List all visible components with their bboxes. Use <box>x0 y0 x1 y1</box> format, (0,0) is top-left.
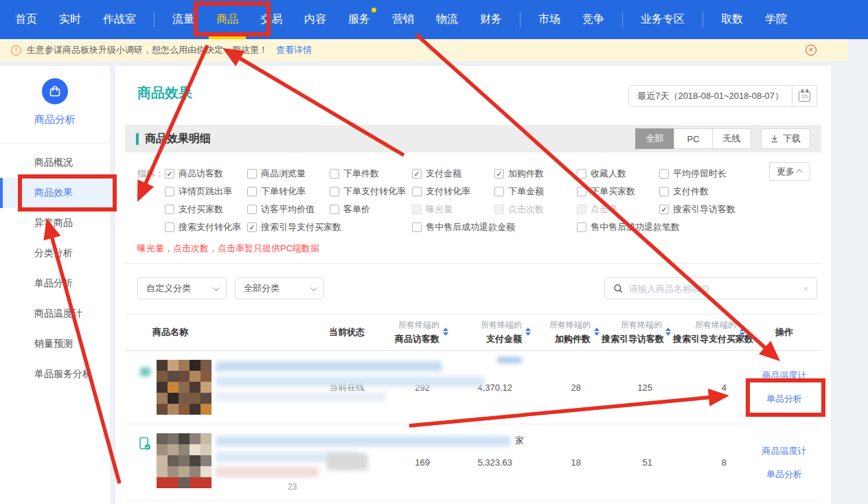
clear-search-icon[interactable]: × <box>803 284 808 294</box>
metric-checkbox[interactable]: ✓搜索引导访客数 <box>659 201 742 218</box>
sidebar-item[interactable]: 单品服务分析 <box>0 359 110 389</box>
sidebar-item[interactable]: 商品概况 <box>0 148 110 178</box>
nav-item[interactable]: 取数 <box>710 0 754 39</box>
column-header-metric[interactable]: 所有终端的加购件数 <box>533 319 602 345</box>
mosaic-cell <box>201 466 212 477</box>
sort-arrows-icon[interactable] <box>443 328 448 336</box>
metric-checkbox[interactable]: 客单价 <box>330 201 412 218</box>
mosaic-cell <box>201 382 212 393</box>
metric-checkbox[interactable]: 下单买家数 <box>577 183 659 201</box>
sidebar-item[interactable]: 商品温度计 <box>0 299 110 329</box>
nav-item[interactable]: 交易 <box>249 0 293 39</box>
sidebar-item[interactable]: 分类分析 <box>0 238 110 268</box>
sort-arrows-icon[interactable] <box>665 328 671 336</box>
metric-checkbox[interactable]: 平均停留时长 <box>659 165 742 183</box>
calendar-button[interactable]: 15 <box>792 85 817 107</box>
nav-item[interactable]: 流量 <box>161 0 205 39</box>
metric-checkbox[interactable]: 支付件数 <box>659 183 742 201</box>
download-button[interactable]: 下载 <box>761 128 810 149</box>
sidebar-item[interactable]: 异常商品 <box>0 208 110 238</box>
metric-checkbox[interactable]: 详情页跳出率 <box>165 183 247 201</box>
nav-item[interactable]: 营销 <box>381 0 425 39</box>
mosaic-cell <box>201 360 212 371</box>
product-cell[interactable] <box>137 351 317 424</box>
metric-checkbox-label: 下单金额 <box>508 185 544 198</box>
sort-arrows-icon[interactable] <box>740 328 745 336</box>
sort-arrows-icon[interactable] <box>594 328 599 336</box>
metric-checkbox[interactable]: 支付买家数 <box>165 201 247 218</box>
metric-checkbox[interactable]: ✓商品访客数 <box>165 165 247 183</box>
metric-checkbox[interactable]: 商品浏览量 <box>247 165 330 183</box>
metric-checkbox[interactable]: 下单支付转化率 <box>330 183 412 201</box>
nav-item[interactable]: 首页 <box>4 0 48 39</box>
nav-item-label: 取数 <box>721 12 743 27</box>
visible-number-fragment: 23 <box>288 482 524 492</box>
terminal-tab[interactable]: 全部 <box>635 128 674 149</box>
product-thermometer-link[interactable]: 商品温度计 <box>762 369 807 382</box>
mosaic-cell <box>201 477 212 488</box>
product-type-icon-wrap <box>137 437 152 450</box>
metric-checkbox[interactable]: ✓支付金额 <box>412 165 494 183</box>
more-button[interactable]: 更多 <box>769 162 810 181</box>
metric-checkbox[interactable]: 点击率 <box>577 201 659 218</box>
metric-checkbox[interactable]: 收藏人数 <box>577 165 659 183</box>
terminal-tab[interactable]: 无线 <box>712 128 751 149</box>
nav-item[interactable]: 竞争 <box>571 0 615 39</box>
sort-up-icon <box>740 328 745 331</box>
checkbox-icon <box>165 187 174 196</box>
metric-cell: 4 <box>673 382 747 393</box>
metric-checkbox[interactable]: 下单件数 <box>330 165 412 183</box>
nav-item[interactable]: 作战室 <box>92 0 147 39</box>
sort-arrows-icon[interactable] <box>525 328 531 336</box>
nav-item[interactable]: 服务 <box>337 0 381 39</box>
nav-item[interactable]: 内容 <box>293 0 337 39</box>
nav-item[interactable]: 市场 <box>527 0 571 39</box>
blur-line-wrap <box>216 391 485 402</box>
custom-category-select[interactable]: 自定义分类 <box>137 277 227 299</box>
metric-checkbox[interactable]: 售中售后成功退款笔数 <box>577 218 742 236</box>
metric-checkbox[interactable]: 搜索支付转化率 <box>165 218 247 236</box>
blurred-product-image <box>157 433 212 488</box>
nav-item[interactable]: 业务专区 <box>630 0 696 39</box>
product-cell[interactable]: 雅贝信商用电磁炉5000W凹面大 <box>137 501 317 504</box>
metric-checkbox[interactable]: ✓加购件数 <box>494 165 577 183</box>
nav-divider <box>520 12 521 27</box>
metric-checkbox[interactable]: 售中售后成功退款金额 <box>412 218 577 236</box>
product-thermometer-link[interactable]: 商品温度计 <box>762 445 807 457</box>
notice-detail-link[interactable]: 查看详情 <box>276 44 312 56</box>
metric-checkbox[interactable]: 访客平均价值 <box>247 201 330 218</box>
metric-checkbox[interactable]: 下单金额 <box>494 183 577 201</box>
metric-checkbox[interactable]: 下单转化率 <box>247 183 330 201</box>
search-input[interactable] <box>629 284 803 294</box>
metric-filters-label: 指标： <box>137 165 165 236</box>
date-range-button[interactable]: 最近7天（2018-08-01~2018-08-07） <box>628 85 792 107</box>
nav-item[interactable]: 财务 <box>469 0 513 39</box>
nav-item[interactable]: 商品 <box>205 0 249 39</box>
metric-checkbox-label: 搜索引导访客数 <box>673 203 735 216</box>
nav-item[interactable]: 学院 <box>754 0 798 39</box>
annotation-box-action <box>746 378 825 417</box>
all-category-select[interactable]: 全部分类 <box>235 277 324 299</box>
sidebar-item[interactable]: 单品分析 <box>0 268 110 299</box>
metric-checkbox[interactable]: ✓搜索引导支付买家数 <box>247 218 412 236</box>
product-cell[interactable]: 家23 <box>137 424 317 501</box>
column-header-metric[interactable]: 所有终端的搜索引导访客数 <box>602 319 673 345</box>
close-icon[interactable]: × <box>806 45 816 56</box>
nav-item-label: 物流 <box>436 12 458 27</box>
nav-item[interactable]: 实时 <box>48 0 92 39</box>
column-header-metric[interactable]: 所有终端的搜索引导支付买家数 <box>673 319 747 345</box>
column-header-metric[interactable]: 所有终端的支付金额 <box>450 319 533 345</box>
sidebar-item[interactable]: 商品效果 <box>0 178 110 208</box>
metric-checkbox[interactable]: 点击次数 <box>494 201 577 218</box>
checkbox-icon <box>165 222 174 232</box>
column-header-metric[interactable]: 所有终端的商品访客数 <box>376 319 450 345</box>
single-product-analysis-link[interactable]: 单品分析 <box>766 468 802 481</box>
nav-item[interactable]: 物流 <box>425 0 469 39</box>
metric-checkbox[interactable]: 支付转化率 <box>412 183 494 201</box>
terminal-tab[interactable]: PC <box>674 128 713 149</box>
sidebar-item[interactable]: 销量预测 <box>0 329 110 359</box>
single-product-analysis-link[interactable]: 单品分析 <box>766 393 802 405</box>
date-range-control: 最近7天（2018-08-01~2018-08-07） 15 <box>628 85 817 107</box>
checkbox-icon <box>659 187 669 196</box>
metric-checkbox[interactable]: 曝光量 <box>412 201 494 218</box>
